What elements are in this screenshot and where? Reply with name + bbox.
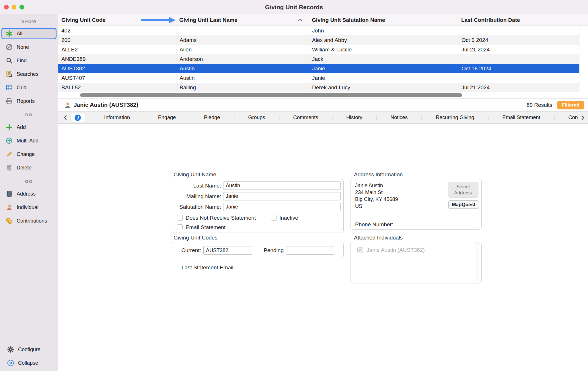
- tab-info[interactable]: i: [70, 113, 85, 122]
- tab-comments[interactable]: Comments: [283, 112, 328, 123]
- coins-icon: [5, 217, 13, 225]
- plus-icon: [5, 123, 13, 131]
- mailing-name-input[interactable]: [223, 192, 341, 200]
- address-line: US: [355, 203, 398, 210]
- chevron-left-icon: [63, 115, 67, 121]
- tab-drag-handle-icon[interactable]: ⋮: [485, 115, 491, 121]
- tab-drag-handle-icon[interactable]: ⋮: [419, 115, 425, 121]
- sidebar-item-contributions[interactable]: Contributions: [1, 215, 57, 227]
- tab-drag-handle-icon[interactable]: ⋮: [231, 115, 237, 121]
- sort-ascending-icon: [298, 19, 303, 22]
- tab-drag-handle-icon[interactable]: ⋮: [141, 115, 147, 121]
- column-header-last-contribution-date[interactable]: Last Contribution Date: [458, 14, 579, 26]
- select-address-button[interactable]: Select Address: [448, 182, 478, 198]
- sidebar-item-label: Change: [17, 151, 35, 157]
- table-row[interactable]: 200 Adams Alex and Abby Oct 5 2024: [58, 35, 579, 45]
- window-controls: [4, 5, 24, 9]
- trash-icon: [5, 164, 13, 171]
- table-row[interactable]: ALLE2 Allen William & Lucille Jul 21 202…: [58, 45, 579, 54]
- table-row[interactable]: AUST407 Austin Janie: [58, 73, 579, 83]
- does-not-receive-statement-checkbox[interactable]: [177, 215, 183, 221]
- address-block: Janie Austin 234 Main St Big City, KY 45…: [355, 182, 398, 210]
- table-row[interactable]: BALL52 Balling Derek and Lucy Jul 21 202…: [58, 83, 579, 92]
- sidebar-item-searches[interactable]: Searches: [1, 68, 57, 80]
- mailing-name-label: Mailing Name:: [170, 192, 221, 200]
- tab-drag-handle-icon[interactable]: ⋮: [276, 115, 282, 121]
- zoom-button[interactable]: [20, 5, 24, 9]
- address-information-group: Janie Austin 234 Main St Big City, KY 45…: [350, 179, 482, 230]
- tab-history[interactable]: History: [336, 112, 372, 123]
- last-name-input[interactable]: [223, 181, 341, 190]
- sidebar-item-label: Delete: [17, 165, 32, 171]
- window-title: Giving Unit Records: [0, 4, 588, 11]
- close-button[interactable]: [4, 5, 9, 9]
- address-line: Janie Austin: [355, 182, 398, 189]
- tab-drag-handle-icon[interactable]: ⋮: [187, 115, 193, 121]
- tab-notices[interactable]: Notices: [381, 112, 417, 123]
- saved-searches-icon: [5, 70, 13, 78]
- current-code-label: Current:: [172, 246, 201, 255]
- tabs-scroll-left-button[interactable]: [61, 112, 70, 123]
- attached-individual-label: Janie Austin (AUST382): [367, 247, 425, 253]
- tab-drag-handle-icon[interactable]: ⋮: [551, 115, 557, 121]
- giving-unit-person-icon: [64, 102, 71, 109]
- sidebar-item-none[interactable]: None: [1, 41, 57, 53]
- giving-unit-name-group: Last Name: Mailing Name: Salutation Name…: [170, 179, 344, 233]
- tabs-scroll-right-button[interactable]: [578, 112, 588, 124]
- tab-drag-handle-icon[interactable]: ⋮: [329, 115, 335, 121]
- tab-recurring-giving[interactable]: Recurring Giving: [426, 112, 484, 123]
- sidebar-section-go: GO: [0, 177, 58, 186]
- minimize-button[interactable]: [12, 5, 16, 9]
- horizontal-scrollbar-track[interactable]: [58, 92, 588, 98]
- sidebar-item-label: Add: [17, 124, 26, 130]
- person-icon: [5, 204, 13, 211]
- main-panel: Giving Unit Code Giving Unit Last Name G…: [58, 14, 588, 371]
- sidebar-item-change[interactable]: Change: [1, 148, 57, 160]
- sidebar-item-reports[interactable]: Reports: [1, 95, 57, 107]
- results-count: 89 Results: [527, 102, 552, 108]
- tab-bar: i ⋮ Information ⋮ Engage ⋮ Pledge ⋮ Grou…: [58, 112, 588, 124]
- tab-drag-handle-icon[interactable]: ⋮: [87, 115, 93, 121]
- giving-unit-codes-group: Current: Pending: [170, 242, 344, 258]
- table-row-selected[interactable]: AUST382 Austin Janie Oct 16 2024: [58, 64, 579, 73]
- sidebar-item-label: Grid: [17, 85, 26, 91]
- sidebar-item-add[interactable]: Add: [1, 121, 57, 133]
- vertical-scrollbar-track[interactable]: [475, 243, 479, 282]
- mapquest-button[interactable]: MapQuest: [448, 200, 479, 209]
- tab-information[interactable]: Information: [94, 112, 140, 123]
- table-row[interactable]: 402 John: [58, 26, 579, 35]
- grid-icon: [5, 84, 13, 91]
- address-line: 234 Main St: [355, 189, 398, 196]
- sidebar-item-grid[interactable]: Grid: [1, 82, 57, 93]
- sidebar-section-do: DO: [0, 110, 58, 119]
- filtered-badge[interactable]: Filtered: [557, 101, 584, 109]
- pending-code-input[interactable]: [286, 246, 334, 255]
- information-form: Giving Unit Name Last Name: Mailing Name…: [58, 124, 588, 371]
- phone-number-label: Phone Number:: [355, 221, 393, 228]
- attached-individual-checkbox[interactable]: ✓: [357, 247, 363, 253]
- tab-email-statement[interactable]: Email Statement: [492, 112, 550, 123]
- sidebar-item-configure[interactable]: Configure: [3, 344, 55, 355]
- collapse-circle-icon: [7, 359, 14, 367]
- table-row[interactable]: ANDE389 Anderson Jack: [58, 54, 579, 64]
- sidebar-item-individual[interactable]: Individual: [1, 202, 57, 213]
- sidebar-item-address[interactable]: Address: [1, 188, 57, 200]
- column-header-giving-unit-salutation-name[interactable]: Giving Unit Salutation Name: [309, 14, 458, 26]
- column-header-giving-unit-last-name[interactable]: Giving Unit Last Name: [176, 14, 309, 26]
- sidebar-item-multi-add[interactable]: Multi-Add: [1, 135, 57, 146]
- tab-groups[interactable]: Groups: [238, 112, 275, 123]
- horizontal-scrollbar-thumb[interactable]: [80, 93, 462, 97]
- salutation-name-input[interactable]: [223, 203, 341, 211]
- sidebar-item-all[interactable]: All: [1, 28, 57, 39]
- sidebar-item-find[interactable]: Find: [1, 55, 57, 66]
- email-statement-checkbox[interactable]: [177, 224, 183, 230]
- tab-pledge[interactable]: Pledge: [194, 112, 230, 123]
- current-code-input[interactable]: [203, 246, 252, 255]
- sidebar-item-label: Reports: [17, 98, 35, 104]
- inactive-checkbox[interactable]: [271, 215, 277, 221]
- tab-drag-handle-icon[interactable]: ⋮: [373, 115, 379, 121]
- sidebar-item-delete[interactable]: Delete: [1, 162, 57, 173]
- tab-engage[interactable]: Engage: [148, 112, 186, 123]
- sidebar-item-collapse[interactable]: Collapse: [3, 357, 55, 369]
- sidebar: SHOW All None Find Searches Grid: [0, 14, 58, 371]
